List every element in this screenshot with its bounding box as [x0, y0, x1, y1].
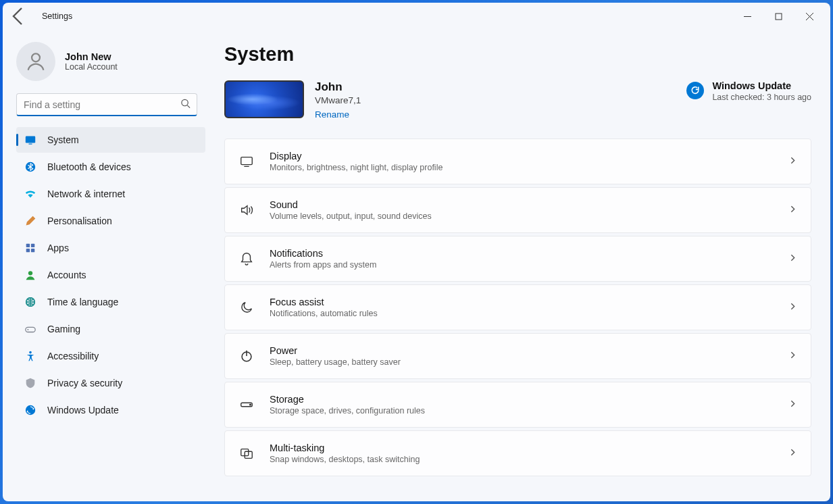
sidebar: John New Local Account System	[3, 30, 211, 501]
update-text: Windows Update Last checked: 3 hours ago	[712, 80, 811, 102]
chevron-right-icon	[788, 350, 797, 362]
maximize-button[interactable]	[763, 5, 794, 27]
update-icon	[24, 404, 36, 416]
profile-text: John New Local Account	[65, 51, 118, 72]
chevron-right-icon	[788, 204, 797, 216]
back-button[interactable]	[8, 5, 30, 27]
power-icon	[238, 348, 255, 364]
sidebar-item-label: System	[47, 134, 79, 145]
sidebar-item-label: Bluetooth & devices	[47, 161, 131, 172]
sidebar-item-bluetooth[interactable]: Bluetooth & devices	[16, 154, 205, 180]
titlebar: Settings	[3, 3, 830, 30]
svg-point-5	[182, 99, 188, 105]
search-wrap	[3, 93, 211, 124]
card-notifications[interactable]: Notifications Alerts from apps and syste…	[224, 236, 811, 282]
page-title: System	[224, 43, 811, 66]
windows-update-summary[interactable]: Windows Update Last checked: 3 hours ago	[686, 80, 811, 102]
card-storage[interactable]: Storage Storage space, drives, configura…	[224, 382, 811, 428]
card-sub: Snap windows, desktops, task switching	[270, 455, 788, 464]
sidebar-item-update[interactable]: Windows Update	[16, 397, 205, 423]
shield-icon	[24, 377, 36, 389]
body-area: John New Local Account System	[3, 30, 830, 501]
sidebar-item-accessibility[interactable]: Accessibility	[16, 343, 205, 369]
sidebar-item-gaming[interactable]: Gaming	[16, 316, 205, 342]
svg-point-14	[28, 271, 32, 275]
card-title: Focus assist	[270, 297, 788, 307]
card-sub: Alerts from apps and system	[270, 260, 788, 270]
search-input[interactable]	[16, 93, 197, 116]
sidebar-item-privacy[interactable]: Privacy & security	[16, 370, 205, 396]
svg-rect-20	[241, 157, 253, 165]
card-text: Multi-tasking Snap windows, desktops, ta…	[270, 443, 788, 464]
sidebar-item-label: Personalisation	[47, 216, 112, 226]
card-sub: Storage space, drives, configuration rul…	[270, 406, 788, 415]
moon-icon	[238, 299, 255, 316]
sidebar-item-network[interactable]: Network & internet	[16, 181, 205, 207]
svg-rect-13	[31, 249, 34, 252]
bluetooth-icon	[24, 161, 36, 173]
minimize-button[interactable]	[732, 5, 763, 27]
card-text: Display Monitors, brightness, night ligh…	[270, 151, 788, 172]
desktop-thumb[interactable]	[224, 80, 304, 118]
card-display[interactable]: Display Monitors, brightness, night ligh…	[224, 138, 811, 184]
system-icon	[24, 134, 36, 146]
storage-icon	[238, 397, 255, 413]
svg-point-4	[32, 53, 40, 61]
svg-rect-12	[26, 249, 30, 252]
sidebar-item-apps[interactable]: Apps	[16, 235, 205, 261]
chevron-right-icon	[788, 399, 797, 411]
card-title: Multi-tasking	[270, 443, 788, 453]
card-title: Sound	[270, 199, 788, 210]
card-focus-assist[interactable]: Focus assist Notifications, automatic ru…	[224, 284, 811, 330]
card-sub: Volume levels, output, input, sound devi…	[270, 211, 788, 221]
card-power[interactable]: Power Sleep, battery usage, battery save…	[224, 333, 811, 379]
device-name: John	[315, 80, 361, 94]
update-title: Windows Update	[712, 80, 811, 91]
bell-icon	[238, 251, 255, 267]
svg-point-18	[29, 351, 32, 354]
sidebar-item-label: Accounts	[47, 270, 86, 280]
profile-name: John New	[65, 51, 118, 62]
rename-link[interactable]: Rename	[315, 109, 361, 120]
sidebar-item-accounts[interactable]: Accounts	[16, 262, 205, 288]
svg-point-25	[250, 404, 251, 405]
card-text: Power Sleep, battery usage, battery save…	[270, 345, 788, 367]
device-info: John VMware7,1 Rename	[315, 80, 361, 120]
card-title: Notifications	[270, 248, 788, 259]
device-model: VMware7,1	[315, 95, 361, 105]
card-sound[interactable]: Sound Volume levels, output, input, soun…	[224, 187, 811, 233]
account-icon	[24, 269, 36, 281]
brush-icon	[24, 215, 36, 227]
main-content: System John VMware7,1 Rename Windows Upd…	[211, 30, 830, 501]
accessibility-icon	[24, 350, 36, 362]
profile-block[interactable]: John New Local Account	[3, 35, 211, 93]
close-button[interactable]	[794, 5, 825, 27]
device-hero: John VMware7,1 Rename Windows Update Las…	[224, 80, 811, 120]
avatar	[16, 42, 55, 81]
svg-rect-11	[31, 244, 34, 247]
chevron-right-icon	[788, 301, 797, 313]
card-text: Storage Storage space, drives, configura…	[270, 394, 788, 415]
display-icon	[238, 153, 255, 170]
card-sub: Sleep, battery usage, battery saver	[270, 357, 788, 367]
card-multitasking[interactable]: Multi-tasking Snap windows, desktops, ta…	[224, 430, 811, 476]
apps-icon	[24, 242, 36, 254]
sidebar-item-personalisation[interactable]: Personalisation	[16, 208, 205, 234]
card-text: Focus assist Notifications, automatic ru…	[270, 297, 788, 318]
sidebar-item-label: Privacy & security	[47, 378, 122, 388]
svg-rect-8	[28, 143, 32, 144]
settings-window: Settings John New Local Account	[3, 3, 830, 501]
sidebar-item-label: Accessibility	[47, 351, 99, 361]
svg-line-6	[187, 105, 190, 108]
window-controls	[732, 5, 825, 27]
sidebar-item-system[interactable]: System	[16, 127, 205, 153]
update-sub: Last checked: 3 hours ago	[712, 93, 811, 102]
card-sub: Monitors, brightness, night light, displ…	[270, 163, 788, 172]
svg-rect-10	[26, 244, 30, 247]
card-text: Notifications Alerts from apps and syste…	[270, 248, 788, 270]
app-title: Settings	[42, 11, 72, 21]
search-box	[16, 93, 197, 116]
profile-sub: Local Account	[65, 62, 118, 72]
sidebar-item-time[interactable]: Time & language	[16, 289, 205, 315]
card-sub: Notifications, automatic rules	[270, 309, 788, 318]
